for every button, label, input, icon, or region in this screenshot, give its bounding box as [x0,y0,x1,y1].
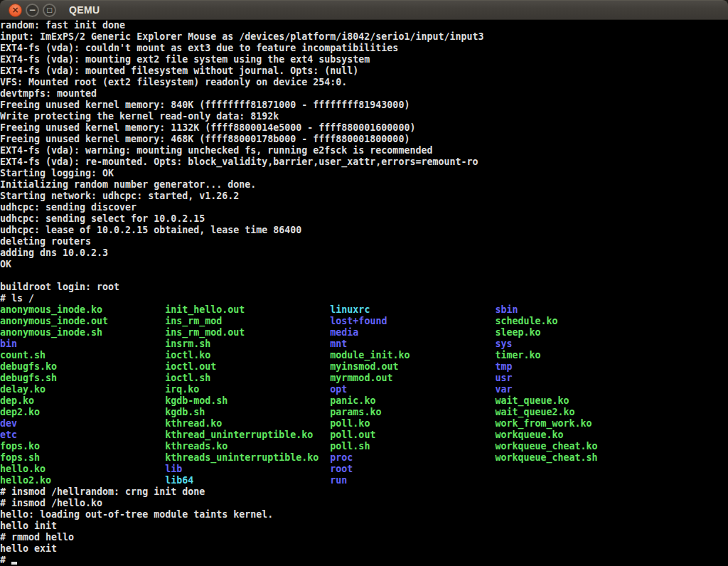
maximize-icon: □ [46,7,53,14]
terminal-line: debugfs.sh ioctl.sh myrmmod.out usr [0,373,728,384]
terminal-line: udhcpc: sending discover [0,202,728,213]
terminal-line: devtmpfs: mounted [0,88,728,100]
terminal-line: fops.ko kthreads.ko poll.sh workqueue_ch… [0,441,728,452]
terminal-line: buildroot login: root [0,282,728,293]
terminal-line: etc kthread_uninterruptible.ko poll.out … [0,429,728,441]
titlebar[interactable]: × − □ QEMU [0,0,728,20]
terminal-line: # ls / [0,293,728,304]
terminal-line: hello exit [0,543,728,555]
terminal-line: hello: loading out-of-tree module taints… [0,509,728,520]
terminal-line: Freeing unused kernel memory: 840K (ffff… [0,100,728,111]
minimize-icon: − [28,6,36,14]
terminal-line: VFS: Mounted root (ext2 filesystem) read… [0,77,728,88]
terminal-line: Starting network: udhcpc: started, v1.26… [0,191,728,202]
text-cursor [11,562,17,565]
terminal-line: random: fast init done [0,20,728,31]
terminal-line: dev kthread.ko poll.ko work_from_work.ko [0,418,728,429]
terminal-line: udhcpc: lease of 10.0.2.15 obtained, lea… [0,225,728,236]
terminal-line: dep2.ko kgdb.sh params.ko wait_queue2.ko [0,407,728,418]
terminal-line: EXT4-fs (vda): re-mounted. Opts: block_v… [0,156,728,168]
terminal-line: EXT4-fs (vda): mounted filesystem withou… [0,65,728,77]
close-icon: × [11,6,18,14]
terminal-line: # insmod /hellrandom: crng init done [0,486,728,498]
terminal-line: EXT4-fs (vda): couldn't mount as ext3 du… [0,43,728,54]
terminal-line: anonymous_inode.out ins_rm_mod lost+foun… [0,316,728,327]
terminal-line: udhcpc: sending select for 10.0.2.15 [0,213,728,225]
terminal-line: anonymous_inode.ko init_hello.out linuxr… [0,304,728,316]
terminal-line: delay.ko irq.ko opt var [0,384,728,395]
terminal-line: bin insrm.sh mnt sys [0,338,728,350]
qemu-window: × − □ QEMU random: fast init doneinput: … [0,0,728,566]
terminal-line: hello.ko lib root [0,464,728,475]
terminal-line: # rmmod hello [0,532,728,543]
terminal-line: EXT4-fs (vda): warning: mounting uncheck… [0,145,728,156]
terminal-screen[interactable]: random: fast init doneinput: ImExPS/2 Ge… [0,20,728,566]
terminal-line: Starting logging: OK [0,168,728,179]
terminal-line: Freeing unused kernel memory: 1132K (fff… [0,122,728,134]
terminal-line: # [0,555,728,566]
terminal-line: OK [0,259,728,270]
terminal-line: fops.sh kthreads_uninterruptible.ko proc… [0,452,728,464]
terminal-line: dep.ko kgdb-mod.sh panic.ko wait_queue.k… [0,395,728,407]
terminal-line: adding dns 10.0.2.3 [0,247,728,259]
terminal-line: # insmod /hello.ko [0,498,728,509]
terminal-line [0,270,728,282]
window-title: QEMU [69,4,100,16]
terminal-line: debugfs.ko ioctl.out myinsmod.out tmp [0,361,728,373]
terminal-line: input: ImExPS/2 Generic Explorer Mouse a… [0,31,728,43]
terminal-line: deleting routers [0,236,728,247]
terminal-line: Initializing random number generator... … [0,179,728,191]
terminal-line: hello2.ko lib64 run [0,475,728,486]
terminal-line: anonymous_inode.sh ins_rm_mod.out media … [0,327,728,338]
terminal-line: Write protecting the kernel read-only da… [0,111,728,122]
terminal-line: EXT4-fs (vda): mounting ext2 file system… [0,54,728,65]
maximize-button[interactable]: □ [43,4,56,17]
close-button[interactable]: × [9,4,22,17]
terminal-line: hello init [0,520,728,532]
minimize-button[interactable]: − [26,4,39,17]
terminal-line: count.sh ioctl.ko module_init.ko timer.k… [0,350,728,361]
terminal-line: Freeing unused kernel memory: 468K (ffff… [0,134,728,145]
